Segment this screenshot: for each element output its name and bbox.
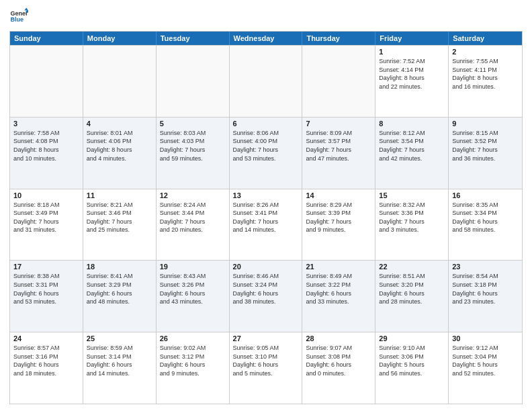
- day-number: 9: [452, 120, 519, 128]
- calendar-header: SundayMondayTuesdayWednesdayThursdayFrid…: [10, 32, 522, 45]
- day-info: Sunrise: 8:21 AMSunset: 3:46 PMDaylight:…: [87, 201, 152, 234]
- day-cell-24: 24Sunrise: 8:57 AMSunset: 3:16 PMDayligh…: [10, 332, 83, 404]
- day-info: Sunrise: 8:57 AMSunset: 3:16 PMDaylight:…: [13, 344, 79, 377]
- calendar-body: 1Sunrise: 7:52 AMSunset: 4:14 PMDaylight…: [10, 45, 522, 404]
- header-day-sunday: Sunday: [10, 32, 83, 45]
- day-cell-5: 5Sunrise: 8:03 AMSunset: 4:03 PMDaylight…: [157, 118, 230, 189]
- day-info: Sunrise: 8:35 AMSunset: 3:34 PMDaylight:…: [452, 201, 519, 234]
- calendar-row-1: 1Sunrise: 7:52 AMSunset: 4:14 PMDaylight…: [10, 45, 522, 117]
- day-number: 4: [87, 120, 152, 128]
- day-info: Sunrise: 8:38 AMSunset: 3:31 PMDaylight:…: [13, 272, 79, 306]
- empty-cell: [10, 46, 83, 117]
- day-info: Sunrise: 7:55 AMSunset: 4:11 PMDaylight:…: [452, 57, 519, 91]
- page: General Blue SundayMondayTuesdayWednesda…: [0, 0, 532, 411]
- day-cell-17: 17Sunrise: 8:38 AMSunset: 3:31 PMDayligh…: [10, 261, 83, 332]
- day-number: 5: [160, 120, 226, 128]
- day-info: Sunrise: 9:12 AMSunset: 3:04 PMDaylight:…: [452, 344, 519, 377]
- day-number: 25: [87, 334, 152, 342]
- calendar-row-2: 3Sunrise: 7:58 AMSunset: 4:08 PMDaylight…: [10, 117, 522, 189]
- day-info: Sunrise: 8:43 AMSunset: 3:26 PMDaylight:…: [160, 272, 226, 306]
- day-info: Sunrise: 8:49 AMSunset: 3:22 PMDaylight:…: [306, 272, 371, 306]
- day-number: 11: [87, 191, 152, 199]
- day-cell-12: 12Sunrise: 8:24 AMSunset: 3:44 PMDayligh…: [157, 189, 230, 261]
- day-cell-4: 4Sunrise: 8:01 AMSunset: 4:06 PMDaylight…: [83, 118, 157, 189]
- header-day-friday: Friday: [375, 32, 449, 45]
- day-cell-30: 30Sunrise: 9:12 AMSunset: 3:04 PMDayligh…: [449, 332, 522, 404]
- svg-text:Blue: Blue: [10, 16, 24, 23]
- day-number: 30: [452, 334, 519, 342]
- day-info: Sunrise: 8:41 AMSunset: 3:29 PMDaylight:…: [87, 272, 152, 306]
- day-number: 14: [306, 191, 371, 199]
- day-number: 21: [306, 263, 371, 271]
- day-info: Sunrise: 8:18 AMSunset: 3:49 PMDaylight:…: [13, 201, 79, 234]
- day-cell-27: 27Sunrise: 9:05 AMSunset: 3:10 PMDayligh…: [230, 332, 303, 404]
- header-day-monday: Monday: [83, 32, 157, 45]
- calendar-row-4: 17Sunrise: 8:38 AMSunset: 3:31 PMDayligh…: [10, 260, 522, 332]
- day-info: Sunrise: 9:10 AMSunset: 3:06 PMDaylight:…: [379, 344, 445, 377]
- day-cell-16: 16Sunrise: 8:35 AMSunset: 3:34 PMDayligh…: [449, 189, 522, 261]
- day-info: Sunrise: 9:05 AMSunset: 3:10 PMDaylight:…: [233, 344, 299, 377]
- day-info: Sunrise: 8:59 AMSunset: 3:14 PMDaylight:…: [87, 344, 152, 377]
- day-info: Sunrise: 8:06 AMSunset: 4:00 PMDaylight:…: [233, 129, 299, 163]
- day-cell-22: 22Sunrise: 8:51 AMSunset: 3:20 PMDayligh…: [375, 261, 449, 332]
- empty-cell: [83, 46, 157, 117]
- day-info: Sunrise: 9:02 AMSunset: 3:12 PMDaylight:…: [160, 344, 226, 377]
- header-day-tuesday: Tuesday: [157, 32, 230, 45]
- day-cell-8: 8Sunrise: 8:12 AMSunset: 3:54 PMDaylight…: [375, 118, 449, 189]
- day-number: 19: [160, 263, 226, 271]
- svg-text:General: General: [10, 10, 28, 17]
- day-cell-23: 23Sunrise: 8:54 AMSunset: 3:18 PMDayligh…: [449, 261, 522, 332]
- calendar-row-3: 10Sunrise: 8:18 AMSunset: 3:49 PMDayligh…: [10, 189, 522, 261]
- day-cell-10: 10Sunrise: 8:18 AMSunset: 3:49 PMDayligh…: [10, 189, 83, 261]
- day-cell-20: 20Sunrise: 8:46 AMSunset: 3:24 PMDayligh…: [230, 261, 303, 332]
- day-info: Sunrise: 7:58 AMSunset: 4:08 PMDaylight:…: [13, 129, 79, 163]
- day-cell-14: 14Sunrise: 8:29 AMSunset: 3:39 PMDayligh…: [302, 189, 375, 261]
- day-number: 22: [379, 263, 445, 271]
- empty-cell: [302, 46, 375, 117]
- day-info: Sunrise: 8:29 AMSunset: 3:39 PMDaylight:…: [306, 201, 371, 234]
- day-info: Sunrise: 8:24 AMSunset: 3:44 PMDaylight:…: [160, 201, 226, 234]
- day-number: 23: [452, 263, 519, 271]
- day-cell-3: 3Sunrise: 7:58 AMSunset: 4:08 PMDaylight…: [10, 118, 83, 189]
- header-day-wednesday: Wednesday: [230, 32, 303, 45]
- day-number: 18: [87, 263, 152, 271]
- day-number: 6: [233, 120, 299, 128]
- day-cell-25: 25Sunrise: 8:59 AMSunset: 3:14 PMDayligh…: [83, 332, 157, 404]
- day-cell-19: 19Sunrise: 8:43 AMSunset: 3:26 PMDayligh…: [157, 261, 230, 332]
- logo: General Blue: [9, 7, 28, 26]
- day-cell-1: 1Sunrise: 7:52 AMSunset: 4:14 PMDaylight…: [375, 46, 449, 117]
- day-cell-28: 28Sunrise: 9:07 AMSunset: 3:08 PMDayligh…: [302, 332, 375, 404]
- day-number: 17: [13, 263, 79, 271]
- header-day-thursday: Thursday: [302, 32, 375, 45]
- logo-icon: General Blue: [9, 7, 28, 26]
- day-info: Sunrise: 9:07 AMSunset: 3:08 PMDaylight:…: [306, 344, 371, 377]
- day-number: 26: [160, 334, 226, 342]
- day-number: 24: [13, 334, 79, 342]
- day-number: 15: [379, 191, 445, 199]
- day-number: 2: [452, 48, 519, 56]
- day-cell-26: 26Sunrise: 9:02 AMSunset: 3:12 PMDayligh…: [157, 332, 230, 404]
- day-cell-29: 29Sunrise: 9:10 AMSunset: 3:06 PMDayligh…: [375, 332, 449, 404]
- day-cell-9: 9Sunrise: 8:15 AMSunset: 3:52 PMDaylight…: [449, 118, 522, 189]
- day-number: 16: [452, 191, 519, 199]
- empty-cell: [157, 46, 230, 117]
- day-cell-21: 21Sunrise: 8:49 AMSunset: 3:22 PMDayligh…: [302, 261, 375, 332]
- day-number: 1: [379, 48, 445, 56]
- day-number: 3: [13, 120, 79, 128]
- day-cell-6: 6Sunrise: 8:06 AMSunset: 4:00 PMDaylight…: [230, 118, 303, 189]
- day-cell-2: 2Sunrise: 7:55 AMSunset: 4:11 PMDaylight…: [449, 46, 522, 117]
- day-cell-13: 13Sunrise: 8:26 AMSunset: 3:41 PMDayligh…: [230, 189, 303, 261]
- day-number: 27: [233, 334, 299, 342]
- day-info: Sunrise: 8:32 AMSunset: 3:36 PMDaylight:…: [379, 201, 445, 234]
- day-info: Sunrise: 7:52 AMSunset: 4:14 PMDaylight:…: [379, 57, 445, 91]
- day-info: Sunrise: 8:15 AMSunset: 3:52 PMDaylight:…: [452, 129, 519, 163]
- day-cell-11: 11Sunrise: 8:21 AMSunset: 3:46 PMDayligh…: [83, 189, 157, 261]
- day-info: Sunrise: 8:46 AMSunset: 3:24 PMDaylight:…: [233, 272, 299, 306]
- header-day-saturday: Saturday: [449, 32, 522, 45]
- day-number: 29: [379, 334, 445, 342]
- day-info: Sunrise: 8:03 AMSunset: 4:03 PMDaylight:…: [160, 129, 226, 163]
- svg-marker-2: [24, 7, 28, 10]
- day-number: 8: [379, 120, 445, 128]
- day-cell-7: 7Sunrise: 8:09 AMSunset: 3:57 PMDaylight…: [302, 118, 375, 189]
- day-info: Sunrise: 8:12 AMSunset: 3:54 PMDaylight:…: [379, 129, 445, 163]
